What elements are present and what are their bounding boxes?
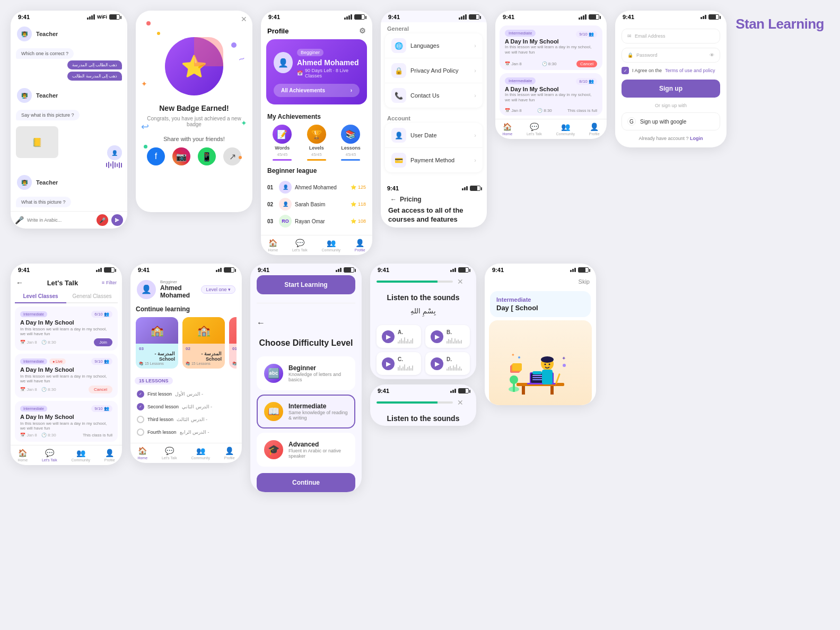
- level-select[interactable]: Level one ▾: [201, 285, 235, 294]
- profile-level-badge: Begginer: [297, 49, 323, 56]
- nav-home-lt[interactable]: 🏠Home: [18, 449, 28, 462]
- svg-point-2: [510, 375, 518, 384]
- letstalk-back-btn[interactable]: ←: [16, 278, 23, 287]
- league-row-3: 03 RO Rayan Omar ⭐ 108: [267, 213, 366, 230]
- settings-privacy[interactable]: 🔒 Privacy And Policy ›: [385, 58, 483, 83]
- difficulty-back-btn[interactable]: ←: [250, 314, 362, 332]
- continue-btn[interactable]: Continue: [257, 473, 355, 492]
- nav-letstalk-2[interactable]: 💬Let's Talk: [527, 122, 542, 136]
- nav-profile[interactable]: 👤Profile: [355, 239, 365, 252]
- privacy-icon: 🔒: [391, 63, 406, 78]
- password-placeholder: Password: [633, 52, 710, 58]
- course-card-3[interactable]: 🏫 01 المدرسة - School 📚 15 Lessons: [229, 317, 237, 369]
- cancel-btn-2[interactable]: Cancel: [89, 386, 112, 393]
- all-achievements-btn[interactable]: All Achievements ›: [274, 84, 360, 97]
- difficulty-advanced[interactable]: 🎓 Advanced Fluent in Arabic or native sp…: [257, 433, 355, 467]
- pricing-back-btn[interactable]: ← Pricing: [385, 192, 483, 206]
- listen-option-c[interactable]: ▶ C.: [377, 352, 421, 375]
- listen-close-btn-2[interactable]: ✕: [457, 398, 463, 407]
- facebook-btn[interactable]: f: [147, 147, 165, 165]
- nav-community-lt[interactable]: 👥Community: [72, 449, 90, 462]
- instagram-btn[interactable]: 📷: [172, 147, 190, 165]
- settings-contact[interactable]: 📞 Contact Us ›: [385, 83, 483, 108]
- talk-desc-2: In this lesson we will learn a day in my…: [20, 374, 112, 383]
- nav-letstalk-c[interactable]: 💬Let's Talk: [162, 447, 177, 460]
- signup-button[interactable]: Sign up: [622, 80, 720, 98]
- nav-home-c[interactable]: 🏠Home: [137, 447, 147, 460]
- nav-community-2[interactable]: 👥Community: [556, 122, 575, 136]
- terms-link[interactable]: Terms of use and policy: [665, 68, 715, 73]
- join-btn-1[interactable]: Join: [94, 338, 112, 346]
- settings-languages[interactable]: 🌐 Languages ›: [385, 33, 483, 58]
- nav-home[interactable]: 🏠Home: [268, 239, 278, 252]
- google-signup-btn[interactable]: G Sign up with google: [622, 112, 720, 130]
- nav-profile-c[interactable]: 👤Profile: [224, 447, 235, 460]
- course-lessons-3: 📚 15 Lessons: [232, 362, 237, 366]
- login-link[interactable]: Login: [690, 136, 703, 141]
- difficulty-intermediate[interactable]: 📖 Intermediate Same knowledge of reading…: [257, 395, 355, 428]
- waves-c: [398, 362, 413, 371]
- waves-d: [447, 362, 462, 371]
- listen-option-a[interactable]: ▶ A.: [377, 325, 421, 348]
- whatsapp-btn[interactable]: 📱: [198, 147, 216, 165]
- talk-title-1: A Day In My School: [20, 319, 112, 326]
- talk-date-3: 📅 Jan 8: [20, 433, 37, 438]
- svg-rect-4: [522, 386, 525, 395]
- nav-profile-lt[interactable]: 👤Profile: [104, 449, 115, 462]
- close-btn[interactable]: ✕: [241, 15, 247, 23]
- question-bubble-1: Which one is correct ?: [16, 48, 74, 59]
- phone-chat: 9:41 WiFi 👨‍🏫 Teacher Which one is corre…: [11, 11, 127, 229]
- question-bubble-3: What is this picture ?: [16, 197, 71, 207]
- listen-option-b[interactable]: ▶ B.: [425, 325, 470, 348]
- email-field[interactable]: ✉ Email Address: [622, 29, 720, 43]
- course-card-1[interactable]: 🏫 03 المدرسة - School 📚 15 Lessons: [136, 317, 178, 369]
- filter-btn[interactable]: ≡ Filter: [102, 280, 117, 285]
- talk-count-3: 9/10 👥: [91, 405, 112, 412]
- level-name: Ahmed Mohamed: [160, 284, 197, 299]
- nav-community-c[interactable]: 👥Community: [191, 447, 210, 460]
- advanced-icon: 🎓: [264, 440, 283, 459]
- phone-profile: 9:41 Profile ⚙ 👤 Begginer Ahmed Mohamed …: [261, 11, 372, 255]
- nav-profile-2[interactable]: 👤Profile: [589, 122, 600, 136]
- listen-close-btn[interactable]: ✕: [457, 277, 463, 286]
- chevron-languages: ›: [474, 42, 476, 49]
- nav-letstalk[interactable]: 💬Let's Talk: [292, 239, 308, 252]
- send-btn[interactable]: [111, 214, 123, 226]
- lesson-name-4: Fourth lesson: [147, 430, 177, 435]
- nav-letstalk-lt[interactable]: 💬Let's Talk: [42, 449, 57, 462]
- talk-title-2: A Day In My School: [20, 366, 112, 373]
- password-field[interactable]: 🔒 Password 👁: [622, 48, 720, 63]
- deco-dot-green: [144, 145, 147, 148]
- option-d-label: D.: [447, 356, 462, 362]
- status-time-profile: 9:41: [268, 14, 280, 20]
- email-icon: ✉: [627, 33, 632, 39]
- talk-desc-1: In this lesson we will learn a day in my…: [20, 327, 112, 336]
- skip-btn[interactable]: Skip: [485, 275, 596, 288]
- chat-input[interactable]: [27, 217, 93, 223]
- google-btn-label: Sign up with google: [640, 119, 686, 125]
- nav-community[interactable]: 👥Community: [322, 239, 340, 252]
- letstalk-tabs: Level Classes General Classes: [15, 290, 118, 303]
- deco-dot-orange: [239, 156, 242, 159]
- words-progress: [273, 159, 292, 161]
- contact-icon: 📞: [391, 88, 406, 103]
- tab-general-classes[interactable]: General Classes: [66, 290, 118, 302]
- settings-payment[interactable]: 💳 Payment Method ›: [385, 148, 483, 172]
- talk-badge-3: Intermediate: [20, 406, 47, 412]
- settings-userdate[interactable]: 👤 User Date ›: [385, 123, 483, 148]
- profile-days: 📅 90 Days Left · 8 Live Classes: [297, 68, 360, 78]
- privacy-label: Privacy And Policy: [410, 67, 474, 74]
- terms-checkbox[interactable]: ✓: [622, 67, 629, 74]
- home-icon: 🏠: [268, 239, 277, 247]
- tab-level-classes[interactable]: Level Classes: [15, 290, 66, 302]
- userdate-label: User Date: [410, 132, 474, 138]
- listen-option-d[interactable]: ▶ D.: [425, 352, 470, 375]
- difficulty-beginner[interactable]: 🔤 Beginner Knowledge of letters and basi…: [257, 356, 355, 390]
- settings-gear-icon[interactable]: ⚙: [359, 27, 366, 35]
- listen-progress-bar-2: [377, 401, 453, 404]
- start-learning-btn[interactable]: Start Learning: [257, 275, 355, 294]
- nav-home-2[interactable]: 🏠Home: [502, 122, 512, 136]
- mic-btn[interactable]: 🎤: [97, 214, 108, 226]
- course-card-2[interactable]: 🏫 02 المدرسة - School 📚 15 Lessons: [182, 317, 225, 369]
- course-name-1: المدرسة - School: [139, 351, 175, 362]
